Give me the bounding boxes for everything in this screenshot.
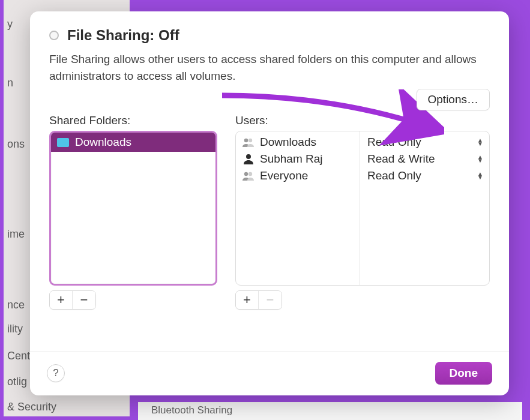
add-folder-button[interactable]: + xyxy=(50,291,73,309)
options-button[interactable]: Options… xyxy=(417,89,490,110)
permission-value: Read & Write xyxy=(367,152,435,166)
user-row[interactable]: Downloads xyxy=(241,134,355,151)
shared-folder-row[interactable]: Downloads xyxy=(51,133,215,152)
sidebar-text: nce xyxy=(5,294,27,316)
permission-row[interactable]: Read Only ▲▼ xyxy=(360,167,489,184)
folders-add-remove: + − xyxy=(49,290,96,310)
user-row[interactable]: Subham Raj xyxy=(241,151,355,167)
permissions-list: Read Only ▲▼ Read & Write ▲▼ Read Only ▲… xyxy=(360,131,489,285)
permission-value: Read Only xyxy=(367,136,421,149)
users-permissions-box: Downloads Subham Raj Every xyxy=(235,131,490,286)
status-indicator-off xyxy=(49,31,59,40)
group-icon xyxy=(242,137,255,148)
svg-point-3 xyxy=(244,172,248,176)
sidebar-text: y xyxy=(5,13,15,35)
group-icon xyxy=(242,170,255,181)
remove-user-button: − xyxy=(259,291,282,309)
user-name: Subham Raj xyxy=(260,152,323,166)
svg-point-4 xyxy=(248,172,252,176)
sidebar-text: ility xyxy=(5,318,25,340)
user-row[interactable]: Everyone xyxy=(241,167,355,184)
sidebar-text: otlig xyxy=(5,371,29,393)
permission-value: Read Only xyxy=(367,169,421,182)
dialog-title: File Sharing: Off xyxy=(67,27,179,44)
svg-point-2 xyxy=(246,154,251,159)
background-content: Bluetooth Sharing xyxy=(138,402,522,420)
folder-icon xyxy=(57,138,69,147)
sidebar-text: & Security xyxy=(5,396,59,418)
permission-row[interactable]: Read Only ▲▼ xyxy=(360,134,489,151)
shared-folders-list[interactable]: Downloads xyxy=(49,131,217,286)
sidebar-text: ime xyxy=(5,223,27,245)
done-button[interactable]: Done xyxy=(435,362,493,385)
sidebar-text: Cent xyxy=(5,345,32,367)
permission-stepper-icon[interactable]: ▲▼ xyxy=(477,139,483,146)
file-sharing-dialog: File Sharing: Off File Sharing allows ot… xyxy=(30,11,509,395)
remove-folder-button[interactable]: − xyxy=(73,291,95,309)
permission-row[interactable]: Read & Write ▲▼ xyxy=(360,151,489,167)
shared-folder-name: Downloads xyxy=(75,136,131,149)
sidebar-text: ons xyxy=(5,133,27,155)
user-name: Downloads xyxy=(260,136,316,149)
users-add-remove: + − xyxy=(235,290,282,310)
dialog-description: File Sharing allows other users to acces… xyxy=(49,51,490,84)
permission-stepper-icon[interactable]: ▲▼ xyxy=(477,155,483,163)
users-list[interactable]: Downloads Subham Raj Every xyxy=(236,131,360,285)
person-icon xyxy=(242,154,255,164)
users-label: Users: xyxy=(235,114,490,127)
add-user-button[interactable]: + xyxy=(236,291,259,309)
shared-folders-label: Shared Folders: xyxy=(49,114,217,127)
sidebar-text: n xyxy=(5,72,16,94)
svg-point-0 xyxy=(244,139,248,142)
permission-stepper-icon[interactable]: ▲▼ xyxy=(477,172,483,179)
user-name: Everyone xyxy=(260,169,308,182)
svg-point-1 xyxy=(248,139,252,142)
help-button[interactable]: ? xyxy=(47,364,65,382)
